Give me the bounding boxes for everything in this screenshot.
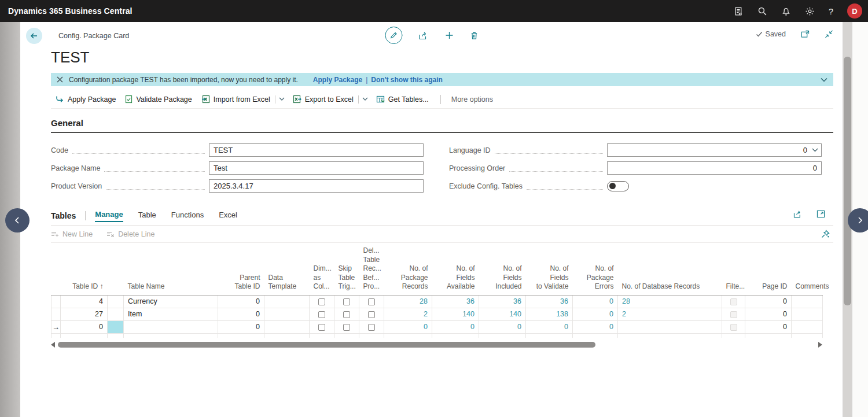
package-records-link[interactable]: 2 — [424, 310, 428, 318]
fields-included-link[interactable]: 0 — [517, 323, 521, 331]
col-table-id[interactable]: Table ID ↑ — [61, 244, 108, 295]
get-tables-button[interactable]: Get Tables... — [372, 95, 433, 104]
new-line-button[interactable]: New Line — [51, 230, 93, 238]
delete-line-button[interactable]: Delete Line — [106, 230, 155, 238]
scroll-left-arrow-icon[interactable] — [51, 342, 55, 348]
import-split-chevron-icon[interactable] — [275, 97, 288, 101]
cell-comments[interactable] — [792, 308, 823, 320]
dim-as-col-checkbox[interactable] — [318, 311, 325, 318]
cell-table-id[interactable]: 27 — [61, 308, 108, 320]
fields-available-link[interactable]: 140 — [462, 310, 475, 318]
cell-page-id[interactable]: 0 — [745, 308, 792, 320]
skip-triggers-checkbox[interactable] — [343, 298, 350, 305]
fields-to-validate-link[interactable]: 138 — [556, 310, 568, 318]
tab-manage[interactable]: Manage — [95, 210, 123, 222]
product-version-input[interactable] — [209, 179, 424, 193]
delete-records-checkbox[interactable] — [368, 298, 375, 305]
collapse-icon[interactable] — [825, 30, 833, 38]
banner-close-icon[interactable] — [57, 76, 63, 83]
back-button[interactable] — [26, 28, 42, 44]
prev-record-button[interactable] — [5, 208, 30, 233]
processing-order-input[interactable] — [607, 161, 822, 175]
col-comments[interactable]: Comments — [792, 244, 823, 295]
col-dim-as-col[interactable]: Dim... as Col... — [310, 244, 334, 295]
dont-show-again-link[interactable]: Don't show this again — [371, 76, 443, 84]
export-to-excel-button[interactable]: Export to Excel — [288, 95, 358, 104]
open-in-window-icon[interactable] — [801, 30, 810, 38]
fields-included-link[interactable]: 140 — [509, 310, 521, 318]
search-icon[interactable] — [757, 6, 767, 16]
company-report-icon[interactable] — [734, 6, 744, 16]
scrollbar-track[interactable] — [58, 342, 815, 348]
dim-as-col-checkbox[interactable] — [318, 298, 325, 305]
cell-parent-table-id[interactable]: 0 — [218, 308, 264, 320]
cell-table-id[interactable]: 4 — [61, 295, 108, 308]
package-errors-link[interactable]: 0 — [609, 297, 613, 305]
scroll-right-arrow-icon[interactable] — [818, 342, 822, 348]
new-plus-button[interactable] — [444, 31, 454, 40]
cell-table-name[interactable]: Currency — [124, 295, 218, 308]
language-id-dropdown-chevron-icon[interactable] — [812, 148, 818, 152]
more-options-button[interactable]: More options — [448, 95, 496, 104]
col-no-package-errors[interactable]: No. of Package Errors — [573, 244, 618, 295]
validate-package-button[interactable]: Validate Package — [120, 95, 196, 104]
export-split-chevron-icon[interactable] — [359, 97, 372, 101]
database-records-link[interactable]: 2 — [622, 310, 626, 318]
delete-trash-button[interactable] — [470, 31, 478, 40]
edit-pencil-button[interactable] — [385, 27, 402, 44]
package-name-input[interactable] — [209, 161, 424, 175]
skip-triggers-checkbox[interactable] — [343, 311, 350, 318]
apply-package-link[interactable]: Apply Package — [313, 76, 362, 84]
cell-parent-table-id[interactable]: 0 — [218, 320, 264, 333]
filter-pin-icon[interactable] — [821, 230, 830, 238]
tables-open-in-window-icon[interactable] — [816, 210, 825, 218]
cell-page-id[interactable]: 0 — [745, 295, 792, 308]
col-filtered[interactable]: Filte... — [722, 244, 745, 295]
fields-included-link[interactable]: 36 — [513, 297, 521, 305]
fields-to-validate-link[interactable]: 0 — [564, 323, 568, 331]
scrollbar-thumb[interactable] — [58, 342, 595, 348]
tables-share-icon[interactable] — [793, 210, 803, 218]
package-errors-link[interactable]: 0 — [609, 323, 613, 331]
focused-cell[interactable] — [108, 320, 124, 333]
cell-table-name[interactable]: Item — [124, 308, 218, 320]
package-records-link[interactable]: 0 — [424, 323, 428, 331]
tab-table[interactable]: Table — [138, 211, 156, 222]
tab-excel[interactable]: Excel — [219, 211, 237, 222]
cell-table-name[interactable] — [124, 320, 218, 333]
package-records-link[interactable]: 28 — [420, 297, 428, 305]
col-skip-table-triggers[interactable]: Skip Table Trig... — [334, 244, 359, 295]
delete-records-checkbox[interactable] — [368, 324, 375, 331]
user-avatar[interactable]: D — [847, 3, 862, 19]
col-parent-table-id[interactable]: Parent Table ID — [218, 244, 264, 295]
help-icon[interactable]: ? — [829, 6, 833, 16]
notifications-bell-icon[interactable] — [781, 6, 791, 16]
col-no-package-records[interactable]: No. of Package Records — [384, 244, 432, 295]
cell-table-id[interactable]: 0 — [61, 320, 108, 333]
import-from-excel-button[interactable]: Import from Excel — [197, 95, 275, 104]
share-button[interactable] — [418, 31, 428, 40]
next-record-button[interactable] — [848, 208, 868, 233]
settings-gear-icon[interactable] — [805, 6, 815, 16]
skip-triggers-checkbox[interactable] — [343, 324, 350, 331]
cell-data-template[interactable] — [264, 308, 310, 320]
vertical-scrollbar-thumb[interactable] — [844, 57, 851, 305]
cell-parent-table-id[interactable]: 0 — [218, 295, 264, 308]
exclude-config-tables-toggle[interactable] — [607, 181, 629, 191]
cell-comments[interactable] — [792, 320, 823, 333]
cell-data-template[interactable] — [264, 320, 310, 333]
col-page-id[interactable]: Page ID — [745, 244, 792, 295]
database-records-link[interactable]: 28 — [622, 297, 630, 305]
col-no-fields-included[interactable]: No. of Fields Included — [479, 244, 526, 295]
package-errors-link[interactable]: 0 — [609, 310, 613, 318]
cell-data-template[interactable] — [264, 295, 310, 308]
fields-available-link[interactable]: 0 — [470, 323, 475, 331]
cell-page-id[interactable]: 0 — [745, 320, 792, 333]
fields-available-link[interactable]: 36 — [466, 297, 475, 305]
col-table-name[interactable]: Table Name — [124, 244, 218, 295]
code-input[interactable] — [209, 143, 424, 157]
breadcrumb[interactable]: Config. Package Card — [58, 32, 129, 40]
fields-to-validate-link[interactable]: 36 — [560, 297, 568, 305]
col-delete-table-records[interactable]: Del... Table Rec... Bef... Pro... — [359, 244, 384, 295]
delete-records-checkbox[interactable] — [368, 311, 375, 318]
